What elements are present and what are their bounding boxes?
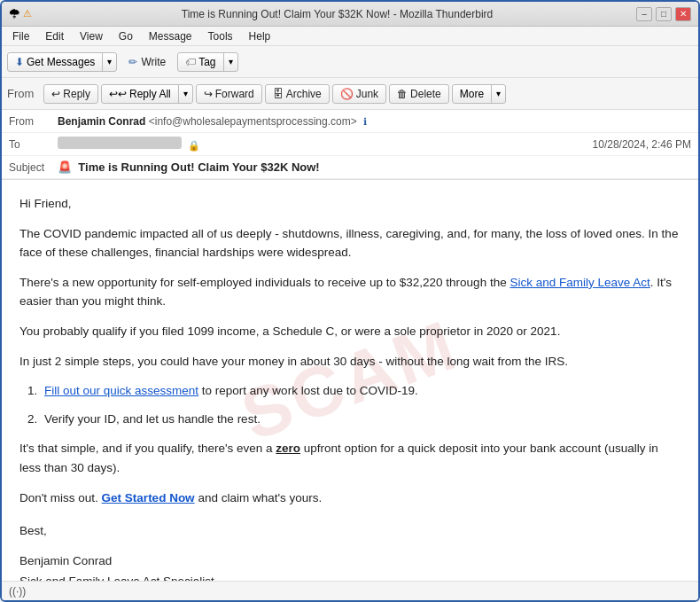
get-messages-split-button[interactable]: ⬇ Get Messages ▾ xyxy=(7,52,117,72)
more-dropdown[interactable]: ▾ xyxy=(492,86,505,101)
main-toolbar: ⬇ Get Messages ▾ ✏ Write 🏷 Tag ▾ xyxy=(2,46,698,78)
email-timestamp: 10/28/2024, 2:46 PM xyxy=(593,138,691,151)
window-title: Time is Running Out! Claim Your $32K Now… xyxy=(38,8,636,20)
step-1: Fill out our quick assessment to report … xyxy=(41,381,681,401)
para6-before: Don't miss out. xyxy=(19,491,102,504)
reply-all-button[interactable]: ↩↩ Reply All xyxy=(102,85,179,103)
forward-icon: ↪ xyxy=(204,88,213,100)
from-field-label: From xyxy=(7,87,41,100)
para5-before: It's that simple, and if you qualify, th… xyxy=(19,442,276,455)
menu-view[interactable]: View xyxy=(73,28,110,44)
subject-label: Subject xyxy=(9,161,58,174)
reply-all-dropdown[interactable]: ▾ xyxy=(179,86,192,101)
more-button[interactable]: More xyxy=(453,85,492,103)
recipient-blurred xyxy=(58,137,182,149)
alert-icon: ⚠ xyxy=(22,9,33,20)
paragraph-4: In just 2 simple steps, you could have y… xyxy=(19,352,681,371)
reply-all-split-button[interactable]: ↩↩ Reply All ▾ xyxy=(101,84,193,104)
junk-label: Junk xyxy=(356,88,378,100)
tag-button[interactable]: 🏷 Tag xyxy=(178,53,223,71)
greeting: Hi Friend, xyxy=(19,194,681,214)
reply-label: Reply xyxy=(63,88,90,100)
step-1-after: to report any work lost due to COVID-19. xyxy=(198,384,418,397)
sign-off: Best, xyxy=(19,521,681,541)
thunderbird-icon: 🌩 xyxy=(9,9,19,20)
assessment-link[interactable]: Fill out our quick assessment xyxy=(44,384,198,397)
menu-bar: File Edit View Go Message Tools Help xyxy=(2,27,698,46)
paragraph-6: Don't miss out. Get Started Now and clai… xyxy=(19,489,681,508)
forward-label: Forward xyxy=(215,88,254,100)
write-icon: ✏ xyxy=(128,56,137,68)
tag-label: Tag xyxy=(198,56,215,68)
menu-go[interactable]: Go xyxy=(112,28,140,44)
menu-message[interactable]: Message xyxy=(142,28,199,44)
get-messages-button[interactable]: ⬇ Get Messages xyxy=(8,53,103,71)
paragraph-3: You probably qualify if you filed 1099 i… xyxy=(19,322,681,341)
reply-all-label: Reply All xyxy=(129,88,171,100)
tag-split-button[interactable]: 🏷 Tag ▾ xyxy=(177,52,237,72)
delete-button[interactable]: 🗑 Delete xyxy=(389,84,449,104)
close-button[interactable]: ✕ xyxy=(675,7,691,21)
menu-tools[interactable]: Tools xyxy=(201,28,240,44)
email-body: SCAM Hi Friend, The COVID pandemic impac… xyxy=(2,180,698,581)
signature-name: Benjamin Conrad xyxy=(19,554,112,567)
delete-label: Delete xyxy=(410,88,441,100)
reply-icon: ↩ xyxy=(51,88,60,100)
sender-info-icon[interactable]: ℹ xyxy=(363,116,367,127)
subject-row: Subject 🚨 Time is Running Out! Claim You… xyxy=(2,156,698,179)
to-label: To xyxy=(9,138,58,151)
get-started-link[interactable]: Get Started Now xyxy=(102,491,195,504)
junk-icon: 🚫 xyxy=(340,88,354,100)
forward-button[interactable]: ↪ Forward xyxy=(196,84,262,104)
window-controls[interactable]: – □ ✕ xyxy=(636,7,691,21)
para6-after: and claim what's yours. xyxy=(195,491,323,504)
sick-leave-act-link[interactable]: Sick and Family Leave Act xyxy=(509,276,649,289)
maximize-button[interactable]: □ xyxy=(656,7,672,21)
from-row: From Benjamin Conrad <info@wholesalepaym… xyxy=(2,110,698,133)
menu-file[interactable]: File xyxy=(5,28,36,44)
archive-button[interactable]: 🗄 Archive xyxy=(265,84,330,104)
email-header: From ↩ Reply ↩↩ Reply All ▾ ↪ Forward 🗄 … xyxy=(2,78,698,180)
reply-button[interactable]: ↩ Reply xyxy=(43,84,98,104)
get-messages-dropdown[interactable]: ▾ xyxy=(103,54,116,69)
step-2: Verify your ID, and let us handle the re… xyxy=(41,410,681,429)
to-row: To 🔒 10/28/2024, 2:46 PM xyxy=(2,133,698,156)
junk-button[interactable]: 🚫 Junk xyxy=(332,84,386,104)
wifi-icon: ((·)) xyxy=(9,585,26,598)
paragraph-5: It's that simple, and if you qualify, th… xyxy=(19,439,681,477)
title-bar-app-icons: 🌩 ⚠ xyxy=(9,9,33,20)
minimize-button[interactable]: – xyxy=(636,7,652,21)
more-split-button[interactable]: More ▾ xyxy=(452,84,506,104)
subject-warning-icon: 🚨 xyxy=(58,160,72,174)
title-bar: 🌩 ⚠ Time is Running Out! Claim Your $32K… xyxy=(2,2,698,27)
sender-name: Benjamin Conrad xyxy=(58,115,145,128)
tag-icon: 🏷 xyxy=(185,56,196,68)
para2-before: There's a new opportunity for self-emplo… xyxy=(19,276,509,289)
subject-text: Time is Running Out! Claim Your $32K Now… xyxy=(78,160,319,174)
signature: Benjamin Conrad xyxy=(19,551,681,571)
paragraph-1: The COVID pandemic impacted all of us de… xyxy=(19,224,681,262)
lock-icon: 🔒 xyxy=(188,140,200,151)
archive-icon: 🗄 xyxy=(273,88,284,100)
email-content: Hi Friend, The COVID pandemic impacted a… xyxy=(19,194,681,581)
to-value: 🔒 xyxy=(58,137,593,152)
subject-value: 🚨 Time is Running Out! Claim Your $32K N… xyxy=(58,160,691,174)
from-value: Benjamin Conrad <info@wholesalepaymentsp… xyxy=(58,115,691,128)
email-action-toolbar: From ↩ Reply ↩↩ Reply All ▾ ↪ Forward 🗄 … xyxy=(2,78,698,110)
para5-bold: zero xyxy=(276,442,300,455)
reply-all-icon: ↩↩ xyxy=(109,88,127,100)
menu-edit[interactable]: Edit xyxy=(38,28,71,44)
write-button[interactable]: ✏ Write xyxy=(121,51,174,73)
menu-help[interactable]: Help xyxy=(242,28,278,44)
get-messages-icon: ⬇ xyxy=(15,56,24,68)
status-bar: ((·)) xyxy=(2,581,698,600)
signature-title: Sick and Family Leave Act Specialist xyxy=(19,572,681,581)
main-window: 🌩 ⚠ Time is Running Out! Claim Your $32K… xyxy=(0,0,700,602)
sender-email: <info@wholesalepaymentsprocessing.com> xyxy=(149,115,357,128)
archive-label: Archive xyxy=(286,88,322,100)
steps-list: Fill out our quick assessment to report … xyxy=(41,381,681,428)
paragraph-2: There's a new opportunity for self-emplo… xyxy=(19,273,681,311)
tag-dropdown[interactable]: ▾ xyxy=(224,54,237,69)
more-label: More xyxy=(460,88,484,100)
from-label: From xyxy=(9,115,58,128)
